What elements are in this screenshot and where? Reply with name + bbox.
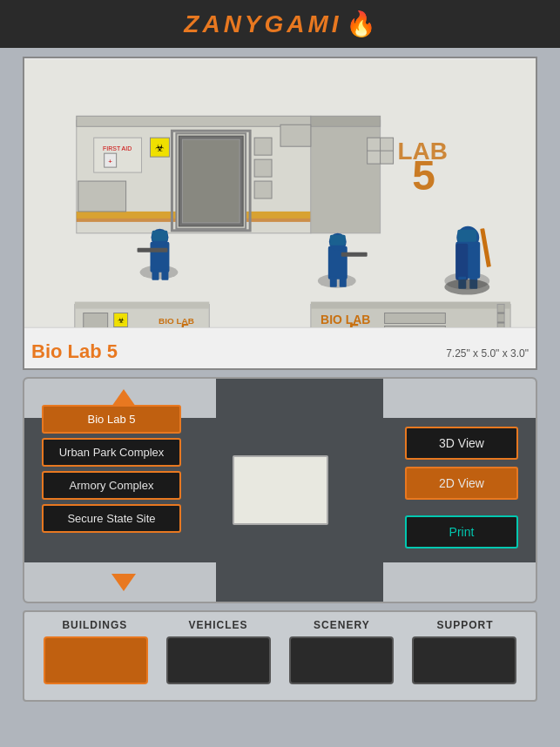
- tab-button-vehicles[interactable]: [166, 636, 271, 684]
- corner-br: [383, 562, 536, 602]
- tab-label-support: SUPPORT: [413, 619, 517, 631]
- product-image-svg: FIRST AID + ☣ BIO LAB 5: [24, 59, 536, 327]
- app-header: ZANYGAMI 🔥: [0, 0, 560, 48]
- corner-tr: [383, 379, 536, 418]
- svg-rect-40: [340, 277, 347, 287]
- svg-text:5: 5: [412, 152, 435, 199]
- svg-rect-52: [75, 302, 209, 309]
- tab-button-buildings[interactable]: [44, 636, 148, 684]
- logo-flame-icon: 🔥: [346, 10, 376, 38]
- svg-text:5: 5: [349, 320, 360, 327]
- svg-rect-9: [94, 138, 142, 172]
- product-image-section: FIRST AID + ☣ BIO LAB 5: [23, 57, 537, 370]
- svg-rect-44: [457, 230, 476, 242]
- svg-rect-26: [280, 124, 311, 146]
- svg-rect-31: [138, 248, 168, 252]
- view-3d-button[interactable]: 3D View: [405, 427, 518, 460]
- svg-rect-8: [182, 139, 240, 223]
- arrow-down-button[interactable]: [111, 574, 136, 591]
- svg-rect-30: [152, 231, 168, 241]
- nav-buttons-container: Bio Lab 5 Urban Park Complex Armory Comp…: [42, 405, 181, 533]
- tab-buttons-row: [24, 636, 536, 684]
- center-display-box: [233, 455, 328, 525]
- svg-rect-46: [455, 244, 468, 280]
- svg-rect-33: [161, 270, 168, 280]
- svg-rect-28: [151, 242, 170, 273]
- tab-label-buildings: BUILDINGS: [43, 619, 147, 631]
- svg-rect-23: [254, 159, 272, 177]
- nav-button-urban-park-complex[interactable]: Urban Park Complex: [42, 438, 181, 467]
- right-buttons-container: 3D View 2D View Print: [405, 427, 518, 548]
- svg-rect-18: [311, 116, 381, 126]
- svg-text:☣: ☣: [118, 316, 125, 325]
- arrow-up-button[interactable]: [111, 389, 136, 407]
- svg-rect-24: [254, 181, 272, 199]
- svg-rect-35: [328, 246, 347, 279]
- svg-rect-22: [254, 138, 272, 155]
- tab-label-vehicles: VEHICLES: [166, 619, 271, 631]
- svg-text:+: +: [108, 158, 112, 165]
- svg-rect-68: [385, 313, 446, 324]
- svg-text:BIO LAB: BIO LAB: [320, 313, 370, 326]
- product-title: Bio Lab 5: [31, 340, 118, 363]
- svg-rect-69: [385, 326, 446, 327]
- logo-text: ZANYGAMI: [184, 10, 341, 38]
- product-image-area: FIRST AID + ☣ BIO LAB 5: [24, 58, 536, 328]
- svg-text:☣: ☣: [155, 142, 165, 154]
- tab-labels-row: BUILDINGS VEHICLES SCENERY SUPPORT: [24, 619, 536, 631]
- nav-button-armory-complex[interactable]: Armory Complex: [42, 471, 181, 500]
- product-dimensions: 7.25" x 5.0" x 3.0": [446, 347, 529, 360]
- svg-rect-60: [311, 302, 510, 309]
- svg-text:5: 5: [180, 321, 189, 327]
- tab-button-support[interactable]: [412, 636, 516, 684]
- control-panel: Bio Lab 5 Urban Park Complex Armory Comp…: [23, 377, 537, 603]
- view-2d-button[interactable]: 2D View: [405, 467, 518, 500]
- svg-rect-2: [77, 116, 311, 126]
- svg-rect-39: [330, 277, 337, 287]
- svg-rect-38: [341, 252, 368, 257]
- svg-rect-25: [78, 181, 126, 212]
- svg-rect-62: [497, 305, 504, 327]
- tab-bar: BUILDINGS VEHICLES SCENERY SUPPORT: [23, 610, 537, 702]
- nav-button-bio-lab-5[interactable]: Bio Lab 5: [42, 405, 181, 434]
- svg-text:FIRST AID: FIRST AID: [103, 145, 132, 151]
- svg-point-49: [444, 279, 489, 295]
- svg-rect-32: [152, 270, 159, 280]
- svg-rect-56: [84, 313, 108, 327]
- nav-button-secure-state-site[interactable]: Secure State Site: [42, 504, 181, 533]
- tab-button-scenery[interactable]: [289, 636, 394, 684]
- svg-rect-37: [330, 235, 346, 246]
- print-button[interactable]: Print: [405, 515, 518, 548]
- tab-label-scenery: SCENERY: [289, 619, 394, 631]
